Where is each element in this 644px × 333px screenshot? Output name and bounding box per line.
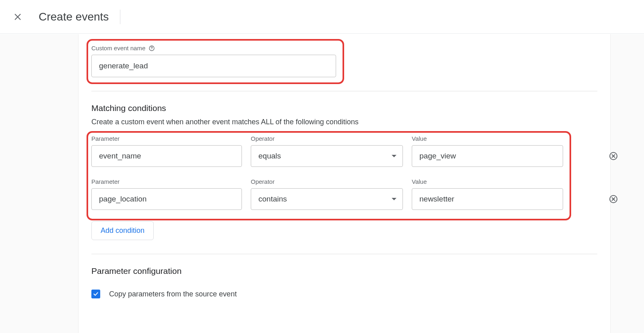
parameter-configuration-title: Parameter configuration	[91, 266, 597, 276]
parameter-column-label: Parameter	[91, 135, 242, 142]
divider-1	[91, 91, 597, 91]
help-icon[interactable]	[149, 45, 155, 51]
add-condition-button[interactable]: Add condition	[91, 221, 154, 240]
custom-event-name-label-text: Custom event name	[91, 45, 145, 51]
operator-column-label: Operator	[251, 178, 403, 185]
custom-event-name-input[interactable]	[91, 55, 336, 77]
main-panel: Custom event name Matching conditions Cr…	[78, 34, 611, 333]
matching-conditions-subtitle: Create a custom event when another event…	[91, 118, 597, 126]
condition-operator-select[interactable]	[251, 188, 403, 210]
matching-conditions-title: Matching conditions	[91, 103, 597, 113]
value-column-label: Value	[412, 178, 563, 185]
header-bar: Create events	[0, 0, 644, 34]
condition-parameter-input[interactable]	[91, 188, 242, 210]
copy-parameters-row: Copy parameters from the source event	[91, 290, 597, 298]
condition-operator-select[interactable]	[251, 145, 403, 167]
condition-row: Parameter Operator Value	[91, 178, 597, 210]
operator-column-label: Operator	[251, 135, 403, 142]
copy-parameters-label: Copy parameters from the source event	[109, 290, 237, 298]
remove-condition-button[interactable]	[608, 193, 619, 205]
value-column-label: Value	[412, 135, 563, 142]
condition-row: Parameter Operator Value	[91, 135, 597, 167]
close-icon[interactable]	[12, 11, 23, 23]
custom-event-name-label: Custom event name	[91, 45, 597, 51]
page-title: Create events	[39, 10, 109, 23]
condition-parameter-input[interactable]	[91, 145, 242, 167]
condition-value-input[interactable]	[412, 188, 563, 210]
divider-2	[91, 254, 597, 254]
condition-value-input[interactable]	[412, 145, 563, 167]
copy-parameters-checkbox[interactable]	[91, 290, 100, 298]
title-divider	[120, 10, 120, 24]
parameter-column-label: Parameter	[91, 178, 242, 185]
remove-condition-button[interactable]	[608, 150, 619, 162]
svg-point-3	[152, 49, 152, 49]
